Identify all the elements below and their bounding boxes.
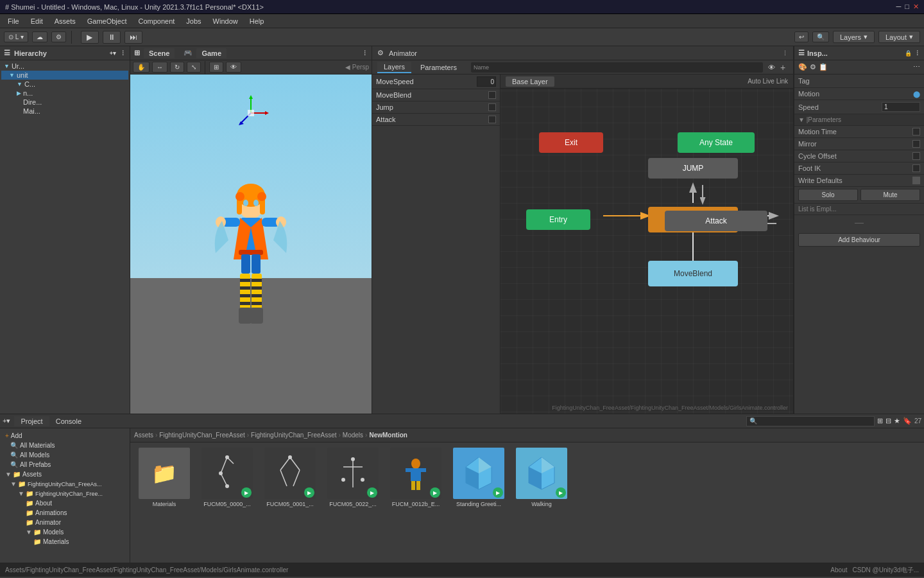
param-attack-checkbox[interactable] (488, 116, 496, 123)
tree-add[interactable]: + Add (3, 431, 127, 441)
hier-item-c[interactable]: ▼ C... (1, 80, 128, 89)
inspector-menu-btn[interactable]: ⋮ (914, 50, 920, 57)
scene-scale-btn[interactable]: ⤡ (187, 62, 201, 73)
maximize-btn[interactable]: □ (905, 3, 909, 11)
state-jump[interactable]: JUMP (648, 158, 738, 179)
scene-grid-btn[interactable]: ⊞ (209, 62, 223, 73)
asset-walking[interactable]: ▶ Walking (513, 448, 570, 507)
insp-icon-1[interactable]: 🎨 (798, 63, 807, 71)
menu-assets[interactable]: Assets (49, 16, 81, 26)
animator-eye-btn[interactable]: 👁 (768, 64, 775, 71)
state-entry[interactable]: Entry (526, 209, 590, 230)
animator-tab-layers[interactable]: Layers (377, 62, 411, 73)
tree-assets[interactable]: ▼ 📁 Assets (3, 469, 127, 479)
add-behaviour-btn[interactable]: Add Behaviour (798, 233, 920, 247)
scene-rotate-btn[interactable]: ↻ (170, 62, 184, 73)
pause-button[interactable]: ⏸ (103, 31, 121, 44)
close-btn[interactable]: ✕ (913, 3, 919, 11)
asset-materials[interactable]: 📁 Materials (135, 448, 193, 507)
breadcrumb-fighting1[interactable]: FightingUnityChan_FreeAsset (159, 432, 244, 439)
cycle-offset-checkbox[interactable] (912, 152, 920, 160)
menu-jobs[interactable]: Jobs (181, 16, 206, 26)
param-movespeed-input[interactable] (477, 76, 496, 87)
state-exit[interactable]: Exit (539, 132, 603, 153)
hier-item-unit[interactable]: ▼ unit (1, 71, 128, 80)
minimize-btn[interactable]: ─ (896, 3, 902, 11)
tree-about[interactable]: 📁 About (3, 498, 127, 508)
tree-fighting2[interactable]: ▼ 📁 FightingUnityChan_Free... (3, 489, 127, 498)
insp-icon-3[interactable]: 📋 (819, 63, 828, 71)
menu-help[interactable]: Help (244, 16, 270, 26)
scene-menu-btn[interactable]: ⋮ (362, 50, 368, 57)
insp-icon-4[interactable]: ⋯ (913, 63, 920, 71)
tree-fighting1[interactable]: ▼ 📁 FightingUnityChan_FreeAs... (3, 479, 127, 489)
write-defaults-checkbox[interactable] (912, 177, 920, 184)
mute-btn[interactable]: Mute (860, 189, 920, 201)
asset-fucm0001[interactable]: ▶ FUCM05_0001_... (261, 448, 319, 507)
toolbar-account-btn[interactable]: ⊙ L ▾ (4, 31, 28, 42)
game-tab[interactable]: Game (196, 48, 227, 58)
param-moveblend-checkbox[interactable] (488, 91, 496, 99)
layout-btn[interactable]: Layout ▾ (878, 31, 920, 43)
mirror-checkbox[interactable] (912, 140, 920, 148)
play-button[interactable]: ▶ (81, 31, 99, 44)
bottom-star[interactable]: ★ (894, 417, 900, 425)
inspector-lock-btn[interactable]: 🔒 (905, 50, 912, 57)
play-btn-6[interactable]: ▶ (556, 487, 566, 498)
layers-toolbar-btn[interactable]: Layers ▾ (833, 31, 875, 43)
menu-edit[interactable]: Edit (26, 16, 48, 26)
add-btn[interactable]: +▾ (3, 417, 10, 425)
search-btn[interactable]: 🔍 (812, 31, 829, 42)
hierarchy-add-btn[interactable]: +▾ (110, 50, 116, 57)
play-btn-4[interactable]: ▶ (430, 487, 440, 498)
tree-animations[interactable]: 📁 Animations (3, 508, 127, 518)
breadcrumb-assets[interactable]: Assets (134, 432, 153, 439)
hier-item-mai[interactable]: ▶ Mai... (1, 107, 128, 116)
motion-time-checkbox[interactable] (912, 128, 920, 136)
state-moveblend[interactable]: MoveBlend (648, 261, 738, 286)
bottom-tab-console[interactable]: Console (49, 416, 88, 426)
menu-window[interactable]: Window (208, 16, 243, 26)
foot-ik-checkbox[interactable] (912, 164, 920, 172)
insp-icon-2[interactable]: ⚙ (810, 63, 816, 71)
menu-file[interactable]: File (3, 16, 24, 26)
animator-tab-params[interactable]: Parameters (414, 62, 463, 73)
toolbar-settings-btn[interactable]: ⚙ (51, 31, 66, 42)
bottom-search-input[interactable] (746, 416, 875, 426)
bottom-fav[interactable]: 🔖 (903, 417, 912, 425)
scene-tool-btn[interactable]: ✋ (133, 62, 150, 73)
menu-gameobject[interactable]: GameObject (82, 16, 132, 26)
bottom-layout-1[interactable]: ⊞ (877, 417, 883, 425)
state-attack[interactable]: Attack (665, 211, 767, 231)
scene-tab[interactable]: Scene (144, 48, 175, 58)
hierarchy-menu-btn[interactable]: ⋮ (120, 50, 126, 57)
state-canvas[interactable]: Base Layer Auto Live Link (501, 74, 793, 414)
animator-add-btn[interactable]: + (778, 62, 788, 73)
undo-btn[interactable]: ↩ (794, 31, 809, 42)
param-jump-checkbox[interactable] (488, 103, 496, 111)
hier-item-n[interactable]: ▶ n... (1, 89, 128, 98)
scene-view-btn[interactable]: 👁 (226, 62, 241, 73)
asset-fucm0000[interactable]: ▶ FUCM05_0000_... (198, 448, 256, 507)
breadcrumb-newmontion[interactable]: NewMontion (369, 432, 407, 439)
tree-animator[interactable]: 📁 Animator (3, 518, 127, 527)
toolbar-cloud-btn[interactable]: ☁ (32, 31, 47, 42)
play-btn-3[interactable]: ▶ (367, 487, 377, 498)
asset-standing-greeti[interactable]: ▶ Standing Greeti... (450, 448, 508, 507)
hier-item-root[interactable]: ▼ Ur... (1, 62, 128, 71)
play-btn-2[interactable]: ▶ (304, 487, 314, 498)
breadcrumb-models[interactable]: Models (343, 432, 363, 439)
motion-value[interactable]: ⬤ (913, 91, 920, 98)
tree-materials[interactable]: 📁 Materials (3, 537, 127, 547)
asset-fucm0012b[interactable]: ▶ FUCM_0012b_E... (387, 448, 445, 507)
asset-fucm0022[interactable]: ▶ FUCM05_0022_... (324, 448, 382, 507)
animator-search[interactable]: Name (471, 62, 763, 73)
breadcrumb-fighting2[interactable]: FightingUnityChan_FreeAsset (251, 432, 336, 439)
menu-component[interactable]: Component (133, 16, 180, 26)
state-any-state[interactable]: Any State (678, 132, 755, 153)
step-button[interactable]: ⏭ (124, 31, 142, 44)
play-btn-1[interactable]: ▶ (241, 487, 252, 498)
tree-all-materials[interactable]: 🔍 All Materials (3, 441, 127, 450)
tree-all-prefabs[interactable]: 🔍 All Prefabs (3, 460, 127, 469)
play-btn-5[interactable]: ▶ (493, 487, 503, 498)
